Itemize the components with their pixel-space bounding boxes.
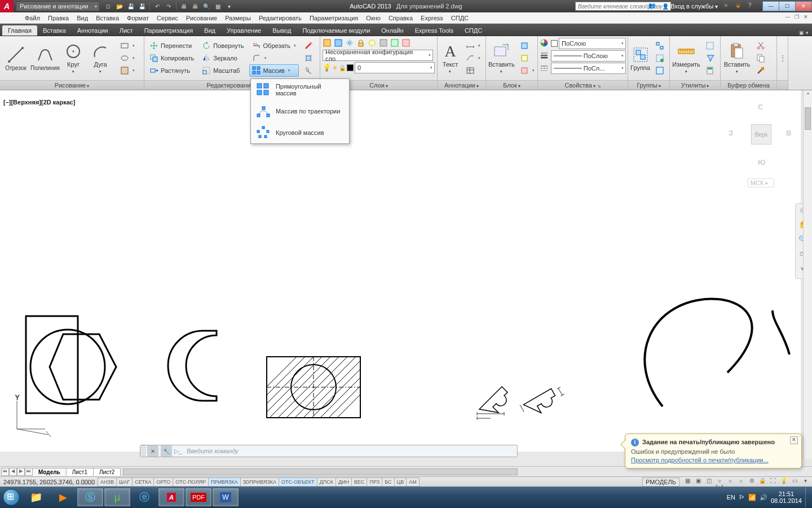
ribbon-tab-express[interactable]: Express Tools [409, 25, 459, 36]
cmdline-grip[interactable] [140, 445, 146, 457]
layer-off-icon[interactable] [368, 38, 378, 49]
array-polar-item[interactable]: Круговой массив [251, 122, 349, 143]
tool-circle[interactable]: Круг▾ [61, 37, 86, 79]
bulb-on-icon[interactable]: 💡 [323, 64, 331, 72]
doc-restore-button[interactable]: ❐ [793, 14, 801, 22]
menu-edit[interactable]: Правка [48, 15, 69, 21]
layout-hscrollbar[interactable] [123, 468, 812, 476]
tool-table-icon[interactable] [463, 64, 483, 77]
layer-match-icon[interactable] [379, 38, 389, 49]
status-toggle-дпск[interactable]: ДПСК [317, 478, 336, 487]
tool-group[interactable]: Группа [630, 37, 650, 79]
maximize-button[interactable]: ☐ [779, 1, 796, 11]
qat-preview-icon[interactable]: 🔍 [201, 1, 211, 11]
exchange-icon[interactable]: ✕ [723, 2, 731, 10]
layer-states-icon[interactable] [323, 38, 333, 49]
task-explorer-icon[interactable]: 📁 [23, 488, 49, 506]
tool-line[interactable]: Отрезок [2, 37, 29, 79]
color-combo[interactable]: ПоСлою [559, 38, 626, 49]
layer-iso-icon[interactable] [334, 38, 344, 49]
layout-nav-first-icon[interactable]: ⏮ [1, 468, 9, 476]
status-clean-icon[interactable]: ▭ [790, 478, 799, 487]
ribbon-tab-plugins[interactable]: Подключаемые модули [297, 25, 376, 36]
tool-group-edit-icon[interactable] [652, 52, 667, 64]
task-utorrent-icon[interactable]: µ [104, 488, 130, 506]
menu-express[interactable]: Express [421, 15, 443, 21]
menu-dimension[interactable]: Размеры [225, 15, 251, 21]
status-annovis-icon[interactable]: ⟐ [726, 478, 735, 487]
tool-scale[interactable]: Масштаб [199, 64, 246, 77]
status-toggle-отс-поляр[interactable]: ОТС-ПОЛЯР [173, 478, 209, 487]
qat-open-icon[interactable]: 📂 [114, 1, 125, 11]
status-annoauto-icon[interactable]: ⟐ [736, 478, 745, 487]
tool-dimension-icon[interactable]: ▾ [463, 40, 483, 52]
tool-paste[interactable]: Вставить▾ [723, 37, 751, 79]
qat-plot-icon[interactable]: 🖶 [190, 1, 200, 11]
show-desktop-button[interactable] [805, 487, 810, 507]
qat-save-icon[interactable]: 💾 [126, 1, 136, 11]
layer-prev-icon[interactable] [401, 38, 412, 49]
tool-polyline[interactable]: Полилиния [32, 37, 59, 79]
app-icon[interactable]: A [0, 0, 14, 12]
status-grid-icon[interactable]: ▦ [683, 478, 692, 487]
ribbon-tab-insert[interactable]: Вставка [37, 25, 72, 36]
tool-select-all-icon[interactable] [703, 40, 717, 52]
menu-spds[interactable]: СПДС [451, 15, 469, 21]
cmdline-close-icon[interactable]: ✕ [147, 445, 158, 457]
task-word-icon[interactable]: W [213, 488, 239, 506]
tool-copy[interactable]: Копировать [147, 52, 197, 64]
lineweight-icon[interactable] [540, 51, 550, 61]
menu-format[interactable]: Формат [127, 15, 149, 21]
tool-block-attr-icon[interactable]: ▾ [517, 64, 537, 77]
help-icon[interactable]: ? [748, 2, 756, 10]
task-mediaplayer-icon[interactable]: ▶ [50, 488, 76, 506]
tool-offset-icon[interactable] [301, 64, 316, 77]
ribbon-tab-annotate[interactable]: Аннотации [72, 25, 114, 36]
lineweight-combo[interactable]: ПоСлою [551, 50, 626, 62]
match-props-icon[interactable] [540, 38, 550, 49]
menu-window[interactable]: Окно [366, 15, 381, 21]
linetype-combo[interactable]: ПоСл... [551, 63, 626, 74]
tool-stretch[interactable]: Растянуть [147, 64, 197, 77]
close-button[interactable]: ✕ [795, 1, 812, 11]
qat-redo-icon[interactable]: ↷ [164, 1, 174, 11]
status-toggle-шаг[interactable]: ШАГ [116, 478, 133, 487]
tool-move[interactable]: Перенести [147, 40, 197, 52]
status-toggle-цв[interactable]: ЦВ [394, 478, 407, 487]
status-toggle-бс[interactable]: БС [382, 478, 394, 487]
ribbon-tab-home[interactable]: Главная [2, 25, 37, 36]
qat-undo-icon[interactable]: ↶ [152, 1, 162, 11]
lock-open-icon[interactable]: 🔓 [339, 65, 346, 71]
panel-utils-title[interactable]: Утилиты▾ [670, 80, 720, 90]
tool-matchprop-icon[interactable] [753, 64, 768, 77]
status-toggle-сетка[interactable]: СЕТКА [132, 478, 154, 487]
drawing-canvas[interactable]: Y [0, 90, 801, 452]
ribbon-tab-layout[interactable]: Лист [114, 25, 139, 36]
status-display-icon[interactable]: ▣ [694, 478, 703, 487]
tray-lang[interactable]: EN [727, 494, 735, 501]
tool-array[interactable]: Массив▾ [249, 64, 299, 77]
panel-clip-title[interactable]: Буфер обмена [721, 80, 776, 90]
start-button[interactable] [0, 487, 23, 508]
qat-dropdown-icon[interactable]: ▾ [224, 1, 234, 11]
tool-erase-icon[interactable] [301, 40, 316, 52]
status-tray-icon[interactable]: ▾ [801, 478, 810, 487]
layer-name-combo[interactable]: 0 [355, 62, 435, 73]
task-skype-icon[interactable]: Ⓢ [77, 488, 103, 506]
tool-ungroup-icon[interactable] [652, 40, 667, 52]
panel-draw-title[interactable]: Рисование▾ [0, 80, 144, 90]
tool-rectangle[interactable]: ▾ [117, 40, 138, 52]
tray-volume-icon[interactable]: 🔊 [760, 494, 767, 501]
status-annoscale-icon[interactable]: ⟐ 1:4▾ [715, 478, 724, 487]
status-coords[interactable]: 24979.1755, 26025.3746, 0.0000 [0, 479, 98, 485]
linetype-icon[interactable] [540, 63, 550, 73]
layer-color-swatch[interactable] [347, 64, 354, 71]
qat-new-icon[interactable]: 🗋 [103, 1, 113, 11]
menu-view[interactable]: Вид [77, 15, 88, 21]
tool-mirror[interactable]: Зеркало [199, 52, 246, 64]
ribbon-tab-online[interactable]: Онлайн [376, 25, 409, 36]
panel-block-title[interactable]: Блок▾ [486, 80, 537, 90]
tool-rotate[interactable]: Повернуть [199, 40, 246, 52]
sun-icon[interactable]: ☀ [332, 64, 338, 72]
tool-copyclip-icon[interactable] [753, 52, 768, 64]
